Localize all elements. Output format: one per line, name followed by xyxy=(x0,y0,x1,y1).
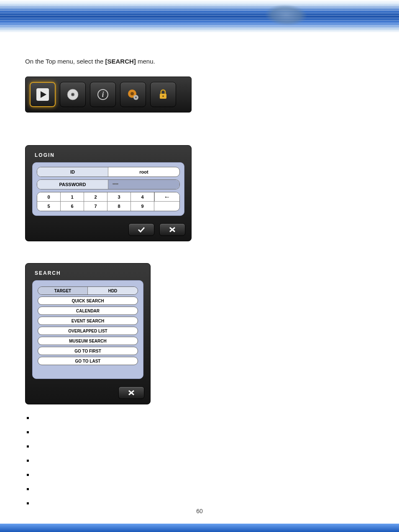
search-item-overlapped-list[interactable]: OVERLAPPED LIST xyxy=(38,327,138,335)
key-6[interactable]: 6 xyxy=(61,202,84,211)
instruction-prefix: On the Top menu, select the xyxy=(25,58,105,65)
svg-point-4 xyxy=(72,94,74,95)
login-id-value[interactable]: root xyxy=(108,167,179,176)
svg-text:i: i xyxy=(102,90,104,99)
top-menu-disc-button[interactable] xyxy=(60,82,86,107)
page-number: 60 xyxy=(0,508,399,514)
close-icon xyxy=(169,227,176,233)
search-close-button[interactable] xyxy=(118,386,144,399)
top-menu-panel: i xyxy=(25,77,192,113)
search-item-event-search[interactable]: EVENT SEARCH xyxy=(38,317,138,325)
top-menu-search-button[interactable] xyxy=(30,82,56,107)
key-7[interactable]: 7 xyxy=(84,202,107,211)
bullet-list xyxy=(25,415,374,515)
list-item xyxy=(27,430,374,444)
login-id-label: ID xyxy=(37,167,108,176)
key-5[interactable]: 5 xyxy=(37,202,61,211)
header-graphic xyxy=(259,3,313,28)
key-3[interactable]: 3 xyxy=(107,192,131,201)
search-item-calendar[interactable]: CALENDAR xyxy=(38,307,138,315)
svg-point-10 xyxy=(135,97,137,98)
svg-point-12 xyxy=(162,95,164,97)
key-backspace[interactable]: ← xyxy=(154,192,179,201)
instruction-suffix: menu. xyxy=(136,58,155,65)
instruction-bold: [SEARCH] xyxy=(105,58,136,65)
key-1[interactable]: 1 xyxy=(61,192,84,201)
search-title: SEARCH xyxy=(26,263,150,280)
search-target-row[interactable]: TARGET HDD xyxy=(38,286,138,295)
list-item xyxy=(27,486,374,501)
search-body: TARGET HDD QUICK SEARCH CALENDAR EVENT S… xyxy=(32,280,143,379)
list-item xyxy=(27,415,374,430)
login-panel: LOGIN ID root PASSWORD **** 0 1 2 3 xyxy=(25,145,192,241)
info-icon: i xyxy=(96,87,110,102)
close-icon xyxy=(128,390,135,396)
login-password-value[interactable]: **** xyxy=(108,180,179,189)
keypad: 0 1 2 3 4 ← 5 6 7 8 9 xyxy=(37,192,180,211)
login-password-label: PASSWORD xyxy=(37,180,108,189)
search-item-quick-search[interactable]: QUICK SEARCH xyxy=(38,297,138,305)
login-password-row: PASSWORD **** xyxy=(37,179,180,189)
login-body: ID root PASSWORD **** 0 1 2 3 4 xyxy=(32,162,184,216)
login-id-row: ID root xyxy=(37,167,180,177)
key-8[interactable]: 8 xyxy=(107,202,131,211)
lock-icon xyxy=(156,87,170,102)
play-icon xyxy=(36,87,50,102)
top-menu-info-button[interactable]: i xyxy=(90,82,116,107)
disc-icon xyxy=(66,87,80,102)
gear-icon xyxy=(126,87,140,102)
login-ok-button[interactable] xyxy=(128,223,154,236)
key-0[interactable]: 0 xyxy=(37,192,61,201)
svg-point-8 xyxy=(130,92,134,95)
search-target-value: HDD xyxy=(88,287,138,294)
login-cancel-button[interactable] xyxy=(159,223,185,236)
list-item xyxy=(27,472,374,486)
list-item xyxy=(27,458,374,472)
top-menu-lock-button[interactable] xyxy=(150,82,176,107)
search-item-go-to-last[interactable]: GO TO LAST xyxy=(38,357,138,365)
list-item xyxy=(27,444,374,458)
key-2[interactable]: 2 xyxy=(84,192,107,201)
instruction-text: On the Top menu, select the [SEARCH] men… xyxy=(25,58,374,65)
footer-bar xyxy=(0,524,399,532)
check-icon xyxy=(138,227,145,233)
login-title: LOGIN xyxy=(26,146,191,162)
key-9[interactable]: 9 xyxy=(131,202,154,211)
key-4[interactable]: 4 xyxy=(131,192,154,201)
search-target-label: TARGET xyxy=(38,287,88,294)
header-banner xyxy=(0,0,399,33)
top-menu-settings-button[interactable] xyxy=(120,82,146,107)
search-item-go-to-first[interactable]: GO TO FIRST xyxy=(38,347,138,355)
search-panel: SEARCH TARGET HDD QUICK SEARCH CALENDAR … xyxy=(25,263,151,404)
search-item-museum-search[interactable]: MUSEUM SEARCH xyxy=(38,337,138,345)
